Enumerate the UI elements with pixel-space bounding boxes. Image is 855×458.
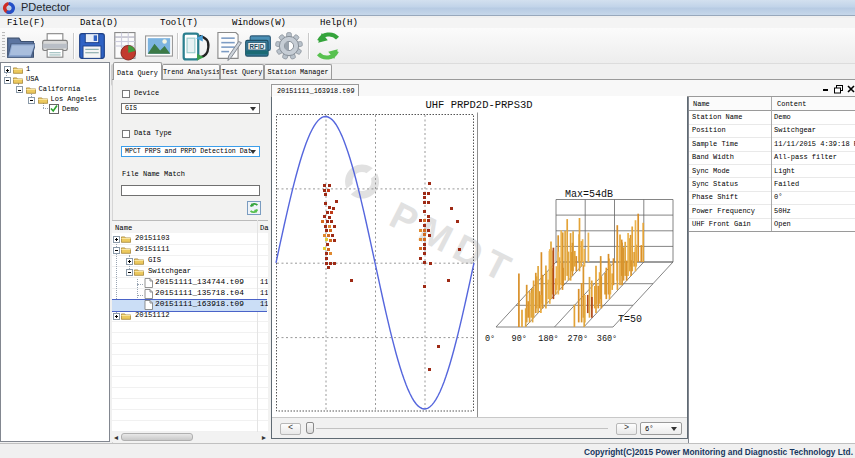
svg-text:RFID: RFID [250, 43, 265, 50]
svg-text:Max=54dB: Max=54dB [565, 189, 613, 200]
svg-text:90°: 90° [512, 334, 527, 344]
svg-text:0°: 0° [485, 334, 495, 344]
svg-text:T=50: T=50 [618, 314, 642, 325]
svg-text:360°: 360° [597, 334, 617, 344]
svg-text:180°: 180° [538, 334, 558, 344]
svg-text:UHF PRPD2D-PRPS3D: UHF PRPD2D-PRPS3D [425, 99, 532, 111]
svg-text:270°: 270° [568, 334, 588, 344]
